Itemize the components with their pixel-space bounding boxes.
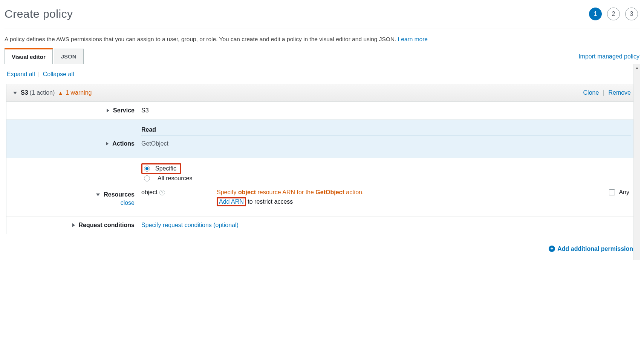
row-actions: Actions Read GetObject (6, 120, 638, 158)
intro-text: A policy defines the AWS permissions tha… (5, 29, 639, 48)
tab-json[interactable]: JSON (54, 49, 84, 64)
service-row-value: S3 (141, 107, 149, 114)
resources-row-label: Resources (104, 191, 135, 198)
any-label: Any (619, 189, 629, 196)
collapse-all-link[interactable]: Collapse all (43, 71, 74, 77)
step-2[interactable]: 2 (607, 8, 620, 20)
warning-text: 1 warning (66, 89, 92, 96)
caret-right-icon[interactable] (107, 109, 109, 112)
remove-link[interactable]: Remove (608, 89, 631, 96)
specify-conditions-link[interactable]: Specify request conditions (optional) (141, 222, 239, 228)
tab-bar: Visual editor JSON Import managed policy (5, 48, 639, 64)
expand-collapse-toolbar: Expand all | Collapse all (5, 71, 639, 84)
specify-arn-message: Specify object resource ARN for the GetO… (217, 189, 364, 196)
radio-all-resources[interactable] (144, 175, 150, 181)
add-arn-link[interactable]: Add ARN (219, 198, 244, 205)
learn-more-link[interactable]: Learn more (398, 36, 428, 42)
caret-right-icon[interactable] (72, 223, 75, 227)
service-block: S3 (1 action) ▲ 1 warning Clone | Remove… (6, 84, 638, 234)
object-label: object (141, 189, 158, 196)
step-3[interactable]: 3 (625, 8, 638, 20)
warning-icon: ▲ (58, 90, 63, 96)
vertical-scrollbar[interactable]: ▲ ▼ (633, 64, 640, 260)
import-managed-policy-link[interactable]: Import managed policy (578, 53, 639, 64)
wizard-steps: 1 2 3 (589, 8, 639, 20)
scroll-up-icon[interactable]: ▲ (634, 64, 640, 71)
add-additional-permissions[interactable]: +Add additional permissions (5, 234, 639, 256)
service-row-label: Service (113, 107, 135, 114)
row-resources: Resources close Specific (6, 158, 638, 217)
actions-row-label: Actions (112, 140, 135, 147)
caret-down-icon[interactable] (96, 194, 100, 196)
radio-specific-label: Specific (155, 165, 176, 172)
restrict-text: to restrict access (246, 198, 293, 205)
row-request-conditions: Request conditions Specify request condi… (6, 217, 638, 234)
caret-down-icon (13, 92, 17, 94)
page-header: Create policy 1 2 3 (5, 4, 639, 29)
separator: | (603, 89, 604, 96)
intro-body: A policy defines the AWS permissions tha… (5, 36, 398, 42)
tab-visual-editor[interactable]: Visual editor (5, 48, 53, 64)
conditions-row-label: Request conditions (79, 222, 135, 229)
actions-name: GetObject (141, 136, 631, 147)
caret-right-icon[interactable] (106, 142, 109, 146)
step-1[interactable]: 1 (589, 8, 602, 20)
plus-icon: + (549, 246, 555, 252)
service-name: S3 (21, 89, 28, 96)
resources-close-link[interactable]: close (121, 200, 135, 206)
highlight-add-arn: Add ARN (217, 197, 246, 206)
any-checkbox[interactable] (609, 189, 615, 195)
radio-all-label: All resources (158, 175, 192, 182)
actions-group: Read (141, 126, 631, 136)
row-service: Service S3 (6, 102, 638, 120)
radio-specific[interactable] (144, 166, 150, 172)
help-icon[interactable]: ? (159, 190, 165, 195)
service-action-count: (1 action) (30, 89, 55, 96)
highlight-specific: Specific (141, 163, 181, 174)
clone-link[interactable]: Clone (583, 89, 599, 96)
expand-all-link[interactable]: Expand all (7, 71, 35, 77)
separator: | (38, 71, 40, 77)
page-title: Create policy (5, 8, 73, 20)
service-header[interactable]: S3 (1 action) ▲ 1 warning Clone | Remove (6, 84, 638, 102)
